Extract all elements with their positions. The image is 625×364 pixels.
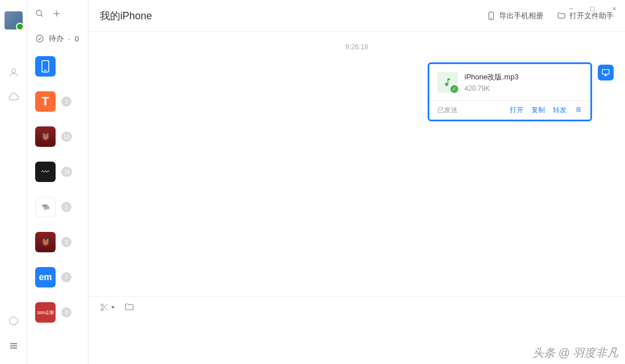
svg-point-20 bbox=[101, 304, 103, 306]
contact-item[interactable]: 👹 13 bbox=[27, 119, 88, 154]
contact-avatar: em bbox=[35, 267, 56, 287]
file-name: iPhone改版.mp3 bbox=[464, 72, 582, 82]
contacts-panel: 待办 · 0 T 1 👹 13 〰 79 🐃 bbox=[27, 0, 88, 364]
message-row: iPhone改版.mp3 420.79K 已发送 打开 复制 转发 bbox=[100, 62, 614, 121]
unread-badge: 13 bbox=[61, 132, 72, 142]
contact-avatar: T bbox=[35, 91, 56, 112]
file-status: 已发送 bbox=[437, 105, 502, 115]
monitor-icon bbox=[601, 68, 610, 77]
svg-point-5 bbox=[36, 10, 41, 15]
svg-point-21 bbox=[101, 308, 103, 311]
unread-badge: 79 bbox=[61, 167, 72, 177]
unread-badge: 1 bbox=[61, 202, 71, 212]
svg-line-24 bbox=[103, 306, 104, 307]
chat-tab-icon[interactable] bbox=[7, 41, 20, 54]
svg-rect-17 bbox=[602, 70, 609, 74]
contact-item[interactable]: 🐃 1 bbox=[27, 189, 88, 225]
svg-line-23 bbox=[105, 308, 108, 311]
contact-avatar: 🐃 bbox=[35, 197, 56, 217]
folder-tool-icon[interactable] bbox=[124, 302, 134, 312]
file-card-actions: 已发送 打开 复制 转发 bbox=[429, 101, 590, 120]
export-album-button[interactable]: 导出手机相册 bbox=[487, 11, 543, 21]
contact-avatar: 360众测 bbox=[35, 302, 56, 323]
menu-icon[interactable] bbox=[7, 339, 20, 353]
unread-badge: 3 bbox=[61, 237, 71, 247]
contact-item-phone[interactable] bbox=[27, 49, 88, 84]
add-icon[interactable] bbox=[52, 9, 61, 20]
chevron-down-icon bbox=[111, 305, 115, 310]
check-circle-icon bbox=[35, 34, 44, 43]
chat-title: 我的iPhone bbox=[100, 9, 487, 23]
search-icon[interactable] bbox=[35, 9, 44, 20]
contact-avatar: 〰 bbox=[35, 162, 56, 182]
contact-avatar: 👹 bbox=[35, 126, 56, 147]
svg-marker-1 bbox=[9, 317, 18, 325]
chat-input-area[interactable] bbox=[88, 296, 625, 364]
unread-badge: 1 bbox=[61, 96, 71, 107]
window-controls: − □ × bbox=[560, 0, 625, 17]
phone-icon bbox=[35, 56, 56, 77]
maximize-button[interactable]: □ bbox=[582, 0, 603, 17]
contacts-tab-icon[interactable] bbox=[7, 66, 20, 79]
file-message-card[interactable]: iPhone改版.mp3 420.79K 已发送 打开 复制 转发 bbox=[428, 62, 592, 121]
app-root: 待办 · 0 T 1 👹 13 〰 79 🐃 bbox=[0, 0, 625, 364]
svg-line-6 bbox=[41, 15, 43, 16]
contacts-header bbox=[27, 0, 88, 28]
scissors-icon[interactable] bbox=[100, 302, 115, 312]
contact-item[interactable]: em 7 bbox=[27, 260, 88, 295]
contact-list: T 1 👹 13 〰 79 🐃 1 👹 3 em 7 bbox=[27, 49, 88, 364]
input-toolbar bbox=[100, 302, 614, 312]
user-avatar[interactable] bbox=[5, 11, 23, 29]
message-timestamp: 9:26:18 bbox=[100, 43, 614, 51]
close-button[interactable]: × bbox=[603, 0, 625, 17]
contact-avatar: 👹 bbox=[35, 232, 56, 252]
file-info: iPhone改版.mp3 420.79K bbox=[464, 72, 582, 92]
todo-count: 0 bbox=[75, 35, 79, 43]
minimize-button[interactable]: − bbox=[560, 0, 582, 17]
contact-item[interactable]: 👹 3 bbox=[27, 225, 88, 260]
contact-item[interactable]: T 1 bbox=[27, 84, 88, 119]
apps-icon[interactable] bbox=[7, 314, 20, 328]
main-panel: − □ × 我的iPhone 导出手机相册 打开文件助手 9:26:18 bbox=[88, 0, 625, 364]
file-open-button[interactable]: 打开 bbox=[510, 105, 523, 115]
unread-badge: 8 bbox=[61, 307, 71, 318]
file-card-top: iPhone改版.mp3 420.79K bbox=[429, 64, 590, 101]
chat-header: 我的iPhone 导出手机相册 打开文件助手 bbox=[88, 0, 625, 32]
contact-item[interactable]: 360众测 8 bbox=[27, 295, 88, 330]
nav-rail bbox=[0, 0, 27, 364]
cloud-tab-icon[interactable] bbox=[7, 91, 20, 104]
svg-rect-12 bbox=[489, 12, 493, 19]
todo-label: 待办 bbox=[49, 33, 64, 44]
svg-point-9 bbox=[36, 35, 43, 42]
export-icon bbox=[487, 11, 496, 20]
file-more-icon[interactable] bbox=[575, 105, 582, 115]
svg-point-0 bbox=[11, 69, 15, 73]
sender-avatar[interactable] bbox=[598, 65, 614, 81]
file-copy-button[interactable]: 复制 bbox=[531, 105, 545, 115]
chat-body: 9:26:18 iPhone改版.mp3 420.79K 已发送 bbox=[88, 32, 625, 296]
file-forward-button[interactable]: 转发 bbox=[553, 105, 567, 115]
file-size: 420.79K bbox=[464, 84, 582, 92]
contact-item[interactable]: 〰 79 bbox=[27, 154, 88, 189]
music-file-icon bbox=[437, 72, 458, 92]
todo-row[interactable]: 待办 · 0 bbox=[27, 28, 88, 49]
unread-badge: 7 bbox=[61, 272, 71, 282]
